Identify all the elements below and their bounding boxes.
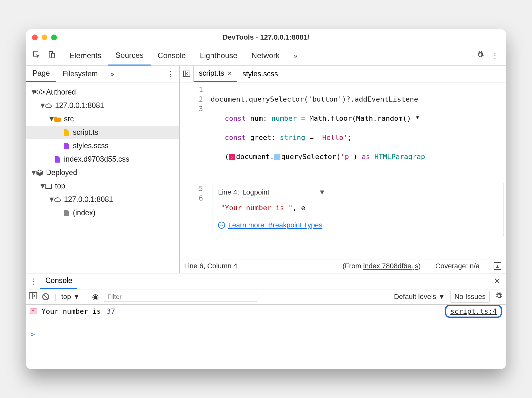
code-content[interactable]: document.querySelector('button')?.addEve… — [207, 82, 506, 259]
tree-label: Deployed — [46, 168, 77, 177]
arrow-right-icon: → — [218, 222, 225, 229]
tree-top[interactable]: ▼top — [26, 180, 179, 193]
tab-elements[interactable]: Elements — [62, 46, 108, 65]
tree-label: script.ts — [73, 128, 98, 137]
step-marker-icon — [229, 154, 235, 160]
more-tabs-icon[interactable]: » — [287, 46, 304, 65]
tab-label: styles.scss — [242, 70, 278, 78]
editor-tab-script[interactable]: script.ts ✕ — [194, 66, 237, 82]
file-icon — [54, 156, 61, 163]
sourcemap-origin: (From index.7808df6e.js) — [342, 262, 421, 270]
console-filter-input[interactable] — [104, 292, 257, 302]
show-navigator-icon[interactable] — [180, 66, 194, 82]
issues-button[interactable]: No Issues — [450, 291, 490, 302]
tree-authored[interactable]: ▼</>Authored — [26, 86, 179, 99]
clear-console-icon[interactable] — [42, 293, 49, 300]
code-icon: </> — [36, 88, 43, 96]
tab-network[interactable]: Network — [245, 46, 287, 65]
line-number[interactable]: 3 — [180, 104, 203, 114]
console-value: 37 — [106, 307, 115, 315]
zoom-window-icon[interactable] — [51, 34, 57, 40]
sidebar-more-tabs-icon[interactable]: » — [104, 66, 121, 82]
tree-deployed[interactable]: ▼Deployed — [26, 166, 179, 180]
log-levels-select[interactable]: Default levels ▼ — [394, 293, 445, 301]
editor-statusbar: Line 6, Column 4 (From index.7808df6e.js… — [180, 259, 506, 273]
devtools-window: DevTools - 127.0.0.1:8081/ Elements Sour… — [26, 29, 506, 369]
editor-tab-styles[interactable]: styles.scss — [237, 66, 283, 82]
cursor-position: Line 6, Column 4 — [184, 262, 237, 270]
console-text: Your number is — [42, 307, 101, 315]
logpoint-line-label: Line 4: — [218, 188, 239, 197]
minimize-window-icon[interactable] — [42, 34, 47, 40]
tree-file-indexcss[interactable]: index.d9703d55.css — [26, 153, 179, 166]
sidebar-tab-page[interactable]: Page — [26, 66, 56, 82]
tree-file-styles[interactable]: styles.scss — [26, 139, 179, 153]
line-number: 4 — [199, 114, 203, 122]
settings-icon[interactable] — [476, 51, 484, 60]
tree-label: Authored — [46, 88, 76, 96]
navigator-sidebar: Page Filesystem » ⋮ ▼</>Authored ▼127.0.… — [26, 66, 180, 273]
console-messages: Your number is 37 script.ts:4 > — [26, 305, 506, 369]
file-icon — [63, 129, 70, 136]
dropdown-icon[interactable]: ▼ — [318, 188, 325, 197]
panel-tabs: Elements Sources Console Lighthouse Netw… — [62, 46, 304, 65]
line-number[interactable]: 1 — [180, 85, 203, 95]
folder-icon — [54, 115, 61, 123]
svg-rect-6 — [30, 293, 37, 299]
tree-folder-src[interactable]: ▼src — [26, 112, 179, 126]
console-message[interactable]: Your number is 37 script.ts:4 — [26, 305, 506, 318]
file-tree: ▼</>Authored ▼127.0.0.1:8081 ▼src script… — [26, 82, 179, 273]
console-source-link[interactable]: script.ts:4 — [445, 305, 502, 318]
device-toolbar-icon[interactable] — [48, 51, 56, 60]
sidebar-kebab-icon[interactable]: ⋮ — [162, 70, 179, 78]
tab-lighthouse[interactable]: Lighthouse — [193, 46, 244, 65]
window-title: DevTools - 127.0.0.1:8081/ — [26, 33, 506, 42]
window-controls — [32, 34, 57, 40]
line-gutter[interactable]: 1 2 3 ‥4 5 6 — [180, 82, 207, 259]
breakpoint-type-select[interactable]: Logpoint — [242, 188, 270, 197]
line-number[interactable]: 6 — [180, 194, 203, 203]
inspect-element-icon[interactable] — [33, 51, 40, 60]
sidebar-tab-filesystem[interactable]: Filesystem — [56, 66, 104, 82]
line-number[interactable]: 5 — [180, 184, 203, 194]
tree-label: styles.scss — [73, 142, 108, 150]
live-expression-icon[interactable]: ◉ — [92, 292, 99, 301]
tab-sources[interactable]: Sources — [108, 46, 151, 65]
file-icon — [63, 209, 70, 217]
sourcemap-link[interactable]: index.7808df6e.js — [363, 262, 418, 270]
logpoint-expression-input[interactable]: "Your number is ", e — [218, 201, 498, 215]
tab-console[interactable]: Console — [151, 46, 193, 65]
logpoint-badge-icon — [30, 308, 37, 314]
tree-label: 127.0.0.1:8081 — [55, 101, 104, 110]
close-drawer-icon[interactable]: ✕ — [489, 276, 506, 286]
console-prompt[interactable]: > — [26, 328, 506, 341]
tree-host-authored[interactable]: ▼127.0.0.1:8081 — [26, 99, 179, 112]
kebab-menu-icon[interactable]: ⋮ — [491, 51, 499, 60]
logpoint-marker[interactable]: ‥4 — [180, 114, 203, 123]
drawer-kebab-icon[interactable]: ⋮ — [26, 277, 40, 286]
main-toolbar: Elements Sources Console Lighthouse Netw… — [26, 46, 506, 66]
scroll-top-icon[interactable]: ▲ — [494, 262, 501, 270]
editor-pane: script.ts ✕ styles.scss 1 2 3 ‥4 5 6 doc… — [180, 66, 506, 273]
tree-file-index[interactable]: (index) — [26, 206, 179, 220]
close-window-icon[interactable] — [32, 34, 38, 40]
line-number[interactable]: 2 — [180, 95, 203, 104]
tree-file-script[interactable]: script.ts — [26, 126, 179, 139]
tree-host-deployed[interactable]: ▼127.0.0.1:8081 — [26, 193, 179, 206]
tab-label: script.ts — [199, 69, 224, 78]
titlebar: DevTools - 127.0.0.1:8081/ — [26, 29, 506, 46]
console-toolbar: | top ▼ | ◉ Default levels ▼ No Issues — [26, 289, 506, 305]
coverage-status: Coverage: n/a — [435, 262, 480, 270]
console-sidebar-toggle-icon[interactable] — [29, 292, 37, 301]
breakpoint-editor: Line 4: Logpoint ▼ "Your number is ", e … — [213, 183, 504, 236]
tree-label: 127.0.0.1:8081 — [64, 195, 113, 204]
tree-label: src — [64, 115, 74, 123]
close-tab-icon[interactable]: ✕ — [227, 70, 232, 77]
frame-icon — [45, 182, 52, 190]
console-settings-icon[interactable] — [495, 292, 503, 302]
context-selector[interactable]: top ▼ — [61, 293, 80, 301]
learn-more-link[interactable]: Learn more: Breakpoint Types — [228, 220, 322, 230]
console-drawer: ⋮ Console ✕ | top ▼ | ◉ Default levels ▼… — [26, 273, 506, 369]
drawer-tab-console[interactable]: Console — [40, 273, 77, 289]
tree-label: index.d9703d55.css — [64, 155, 129, 164]
